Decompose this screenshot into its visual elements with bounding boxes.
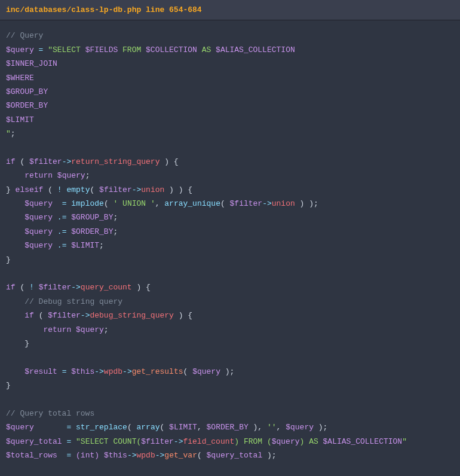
cast: (int) [76,451,99,460]
var: $query [57,171,85,180]
op: -> [71,283,81,292]
punc: ; [85,171,90,180]
sp [53,171,57,180]
op: -> [94,367,104,376]
var: $COLLECTION [146,45,197,54]
var: $filter [141,437,174,446]
var: $LIMIT [71,241,99,250]
punc: ); [220,367,234,376]
sp [71,451,76,460]
sp [53,199,62,208]
op: = [62,437,76,446]
sp [71,423,76,432]
sp [71,325,76,334]
func: str_replace [76,423,127,432]
str: "SELECT [48,45,85,54]
punc: ; [113,213,118,222]
var: $query [24,213,53,222]
op: .= [57,241,67,250]
comment: // Debug string query [24,297,122,306]
op: ! [29,283,34,292]
var: $query [286,423,314,432]
func: array_unique [164,199,220,208]
punc: ), [249,423,267,432]
punc: ) ) { [164,185,192,194]
var: $filter [230,199,263,208]
punc: ( [90,185,99,194]
punc: ( [104,199,114,208]
file-path-line: inc/databases/class-lp-db.php line 654-6… [6,5,202,14]
var: $query [192,367,220,376]
kw: elseif [16,185,44,194]
var: $GROUP_BY [71,213,113,222]
var: $ORDER_BY [71,227,113,236]
var: $WHERE [6,74,34,83]
op: -> [262,199,272,208]
var: $query [6,423,34,432]
punc: ; [104,325,109,334]
var: $FIELDS [85,45,118,54]
punc: ( [34,311,48,320]
str: " [402,437,407,446]
punc: ; [99,241,104,250]
var: $ORDER_BY [6,101,48,110]
op: -> [127,451,137,460]
punc: } [6,255,11,264]
func: implode [71,199,104,208]
sp [34,283,39,292]
indent [6,311,24,320]
prop: debug_string_query [90,311,173,320]
var: $ALIAS_COLLECTION [216,45,295,54]
punc: ( [16,283,29,292]
var: $this [71,367,94,376]
punc: } [24,339,29,348]
var: $result [24,367,57,376]
prop: union [141,185,164,194]
op: = [34,45,48,54]
punc: ( [127,423,137,432]
str: FROM [118,45,146,54]
func: get_var [164,451,197,460]
prop: union [272,199,295,208]
var: $ALIAS_COLLECTION [323,437,403,446]
punc: ; [113,227,118,236]
str: " [6,129,11,138]
var: $query_total [6,437,62,446]
op: .= [57,227,67,236]
comment: // Query [6,31,43,40]
var: $INNER_JOIN [6,59,57,68]
punc: ( [183,367,193,376]
op: -> [122,367,132,376]
var: $ORDER_BY [207,423,249,432]
punc: ) ); [295,199,318,208]
punc: ( [220,199,230,208]
op: .= [57,213,67,222]
func: empty [66,185,90,194]
var: $query [6,45,34,54]
str: AS [197,45,216,54]
indent [6,297,24,306]
var: $GROUP_BY [6,87,48,96]
var: $query [24,241,53,250]
var: $filter [29,157,62,166]
var: $filter [39,283,72,292]
sp [53,241,57,250]
sp [53,213,57,222]
kw: if [6,157,16,166]
str: ) AS [300,437,323,446]
var: $total_rows [6,451,57,460]
var: $query [24,199,53,208]
kw: array [136,423,160,432]
op: -> [132,185,142,194]
punc: ( [16,157,29,166]
indent [6,241,24,250]
comment: // Query total rows [6,409,94,418]
var: $this [104,451,127,460]
sp [34,423,67,432]
str: ) FROM ( [234,437,271,446]
var: $query [24,227,53,236]
indent [6,325,43,334]
punc: ); [314,423,327,432]
kw: return [24,171,53,180]
punc: ; [11,129,16,138]
